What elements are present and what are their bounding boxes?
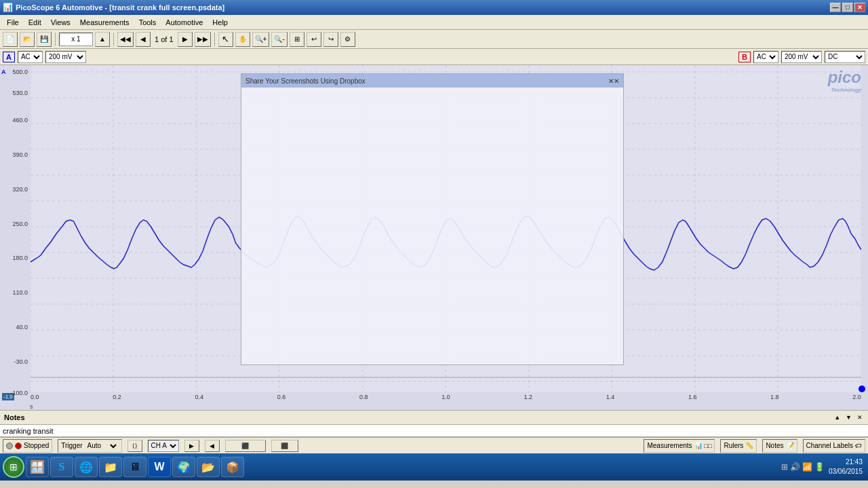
taskbar-app-windows[interactable]: 🪟 [26, 457, 49, 477]
notes-collapse-button[interactable]: ▼ [844, 414, 853, 421]
notes-text: cranking transit [3, 427, 54, 435]
overlay-title-text: Share Your Screenshots Using Dropbox [245, 77, 366, 85]
x-label-20: 2.0 [852, 394, 861, 403]
menu-measurements[interactable]: Measurements [76, 17, 134, 28]
trigger-btn1[interactable]: ⟨⟩ [127, 440, 142, 452]
x-label-10: 1.0 [441, 394, 450, 403]
notes-controls[interactable]: ▲ ▼ ✕ [833, 414, 864, 421]
status-bar: Stopped Trigger AutoRisingFalling ⟨⟩ CH … [0, 437, 868, 453]
channel-labels-item[interactable]: Channel Labels 🏷 [803, 439, 866, 453]
clock-time: 21:43 [829, 457, 863, 467]
minimize-button[interactable]: — [830, 3, 841, 12]
channel-b-range[interactable]: ACDC [753, 51, 778, 63]
menu-help[interactable]: Help [208, 17, 232, 28]
taskbar-app-skype[interactable]: S [50, 457, 73, 477]
notes-content: cranking transit [0, 425, 868, 437]
notes-close-button[interactable]: ✕ [856, 414, 864, 421]
channel-b-scale[interactable]: 200 mV [781, 51, 822, 63]
next-page[interactable]: ▶▶ [195, 32, 211, 47]
taskbar-app-chrome[interactable]: 🌍 [172, 457, 195, 477]
system-tray: ⊞ 🔊 📶 🔋 [781, 462, 825, 472]
menu-file[interactable]: File [3, 17, 23, 28]
taskbar-app-word[interactable]: W [148, 457, 171, 477]
measurements-label: Measurements [647, 442, 692, 449]
clock[interactable]: 21:43 03/06/2015 [829, 457, 863, 476]
channel-b-label[interactable]: B [738, 52, 751, 62]
trigger-source[interactable]: CH A [148, 440, 179, 452]
notes-label: Notes [4, 413, 25, 421]
taskbar-app-computer[interactable]: 🖥 [123, 457, 146, 477]
save-button[interactable]: 💾 [37, 32, 52, 47]
toolbar: 📄 📂 💾 x 1 ▲ ◀◀ ◀ 1 of 1 ▶ ▶▶ ↖ ✋ 🔍+ 🔍- ⊞… [0, 30, 868, 49]
taskbar-app-explorer[interactable]: 📂 [197, 457, 220, 477]
trigger-btn5[interactable]: ⬛ [271, 440, 298, 452]
taskbar-right: ⊞ 🔊 📶 🔋 21:43 03/06/2015 [781, 457, 865, 476]
channel-labels-label: Channel Labels [806, 442, 854, 449]
start-button[interactable]: ⊞ [3, 456, 24, 478]
menu-edit[interactable]: Edit [24, 17, 45, 28]
trigger-btn4[interactable]: ⬛ [225, 440, 266, 452]
hand-tool[interactable]: ✋ [235, 32, 250, 47]
toolbar-sep2 [113, 33, 114, 46]
undo-btn[interactable]: ↩ [307, 32, 321, 47]
close-button[interactable]: ✕ [854, 3, 865, 12]
tray-icon-1: ⊞ [781, 462, 788, 472]
notes-status-item[interactable]: Notes 📝 [762, 439, 797, 453]
select-tool[interactable]: ↖ [218, 32, 233, 47]
taskbar-app-ie[interactable]: 🌐 [75, 457, 98, 477]
stopped-led2 [15, 443, 22, 449]
zoom-spin-up[interactable]: ▲ [95, 32, 110, 47]
open-button[interactable]: 📂 [20, 32, 35, 47]
title-bar-controls[interactable]: — □ ✕ [830, 3, 865, 12]
notes-expand-button[interactable]: ▲ [833, 414, 842, 421]
menu-automotive[interactable]: Automotive [161, 17, 207, 28]
y-label-460: 460.0 [12, 117, 28, 124]
menu-tools[interactable]: Tools [135, 17, 161, 28]
x-label-04: 0.4 [195, 394, 203, 403]
clock-date: 03/06/2015 [829, 467, 863, 476]
trigger-btn2[interactable]: ▶ [184, 440, 199, 452]
y-label-110: 110.0 [12, 289, 28, 296]
prev-page[interactable]: ◀◀ [117, 32, 134, 47]
menu-views[interactable]: Views [47, 17, 75, 28]
channel-a-range[interactable]: ACDC [18, 51, 43, 63]
x-label-18: 1.8 [770, 394, 779, 403]
notes-status-label: Notes [766, 442, 783, 449]
x-label-12: 1.2 [524, 394, 532, 403]
measurements-item[interactable]: Measurements 📊 □□ [644, 439, 715, 453]
x-label-14: 1.4 [606, 394, 615, 403]
title-bar-text: PicoScope 6 Automotive - [transit crank … [16, 3, 224, 12]
zoom-out-btn[interactable]: 🔍- [271, 32, 287, 47]
rulers-item[interactable]: Rulers 📏 [720, 439, 757, 453]
measurements-icon2: □□ [705, 443, 712, 449]
zoom-input[interactable]: x 1 [59, 33, 93, 46]
taskbar-app-folder[interactable]: 📁 [99, 457, 122, 477]
step-back[interactable]: ◀ [136, 32, 151, 47]
tray-icon-2: 🔊 [790, 462, 800, 472]
channel-a-scale[interactable]: 200 mV500 mV1 V [45, 51, 86, 63]
trigger-btn3[interactable]: ◀ [205, 440, 220, 452]
trigger-item[interactable]: Trigger AutoRisingFalling [58, 439, 121, 453]
new-button[interactable]: 📄 [3, 32, 18, 47]
redo-btn[interactable]: ↪ [323, 32, 338, 47]
zoom-fit-btn[interactable]: ⊞ [290, 32, 304, 47]
y-axis: 500.0 530.0 460.0 390.0 320.0 250.0 180.… [0, 65, 31, 410]
stopped-led [6, 443, 13, 449]
overlay-dialog: Share Your Screenshots Using Dropbox ✕✕ [241, 73, 624, 365]
trigger-label: Trigger [61, 442, 82, 449]
x-label-0: 0.0 [31, 394, 39, 403]
tray-icon-battery: 🔋 [814, 462, 825, 472]
notes-status-icon: 📝 [786, 442, 794, 449]
overlay-close[interactable]: ✕✕ [608, 77, 619, 85]
settings-btn[interactable]: ⚙ [340, 32, 355, 47]
step-forward[interactable]: ▶ [178, 32, 193, 47]
channel-a-label[interactable]: A [3, 52, 15, 62]
trigger-select[interactable]: AutoRisingFalling [85, 440, 119, 452]
channel-b-coupling[interactable]: DC [825, 51, 865, 63]
zoom-in-btn[interactable]: 🔍+ [252, 32, 270, 47]
taskbar-app-dropbox[interactable]: 📦 [221, 457, 244, 477]
y-label-320: 320.0 [12, 186, 28, 193]
pico-logo: pico Technology [828, 68, 861, 93]
maximize-button[interactable]: □ [842, 3, 853, 12]
notes-bar: Notes ▲ ▼ ✕ [0, 410, 868, 425]
